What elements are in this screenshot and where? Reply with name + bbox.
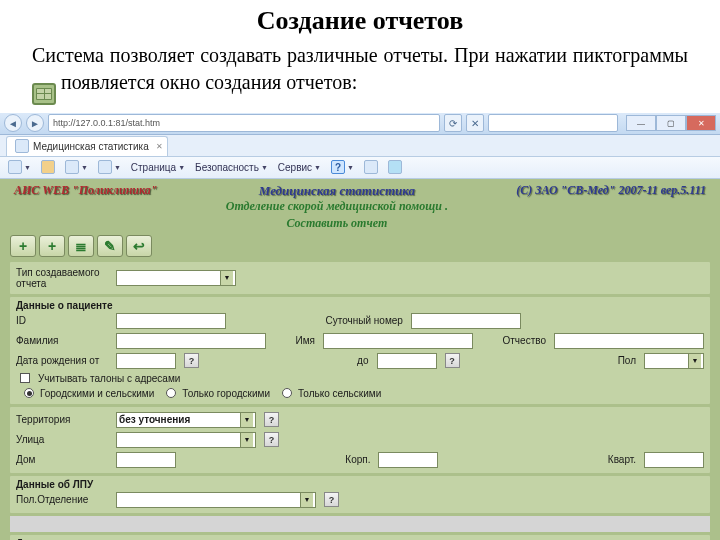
dob-from-label: Дата рождения от <box>16 355 108 366</box>
addr-checkbox-label: Учитывать талоны с адресами <box>38 373 180 384</box>
feeds-button[interactable] <box>41 160 55 174</box>
page-menu[interactable]: Страница▼ <box>131 162 185 173</box>
tools-menu[interactable]: Сервис▼ <box>278 162 321 173</box>
addr-checkbox[interactable] <box>20 373 30 383</box>
street-select[interactable]: ▼ <box>116 432 256 448</box>
radio-city[interactable]: Только городскими <box>166 388 270 399</box>
app-title: Медицинская статистика <box>226 183 448 199</box>
lpu-dept-select[interactable]: ▼ <box>116 492 316 508</box>
search-bar[interactable] <box>488 114 618 132</box>
lpu-section-header: Данные об ЛПУ <box>16 479 704 490</box>
page-toolbar: + + ≣ ✎ ↩ <box>0 233 720 259</box>
add2-button[interactable]: + <box>39 235 65 257</box>
browser-tab[interactable]: Медицинская статистика ✕ <box>6 136 168 156</box>
patronymic-label: Отчество <box>503 335 546 346</box>
mail-button[interactable]: ▼ <box>65 160 88 174</box>
extra-icon-2[interactable] <box>388 160 402 174</box>
korp-label: Корп. <box>345 454 370 465</box>
dob-to-picker[interactable]: ? <box>445 353 460 368</box>
stop-button[interactable]: ✕ <box>466 114 484 132</box>
house-input[interactable] <box>116 452 176 468</box>
browser-window: ◄ ► http://127.0.0.1:81/stat.htm ⟳ ✕ — ▢… <box>0 113 720 541</box>
flat-input[interactable] <box>644 452 704 468</box>
divider-bar <box>10 516 710 532</box>
lastname-input[interactable] <box>116 333 266 349</box>
id-input[interactable] <box>116 313 226 329</box>
home-button[interactable]: ▼ <box>8 160 31 174</box>
dob-from-input[interactable] <box>116 353 176 369</box>
street-help[interactable]: ? <box>264 432 279 447</box>
house-label: Дом <box>16 454 108 465</box>
app-brand-left: АИС WEB "Поликлиника" <box>14 183 157 231</box>
favicon-icon <box>15 139 29 153</box>
id-label: ID <box>16 315 108 326</box>
dob-from-picker[interactable]: ? <box>184 353 199 368</box>
territory-help[interactable]: ? <box>264 412 279 427</box>
territory-label: Территория <box>16 414 108 425</box>
refresh-button[interactable]: ⟳ <box>444 114 462 132</box>
territory-select[interactable]: без уточнения▼ <box>116 412 256 428</box>
intro-paragraph: Система позволяет создавать различные от… <box>32 42 688 105</box>
edit-button[interactable]: ✎ <box>97 235 123 257</box>
korp-input[interactable] <box>378 452 438 468</box>
daily-no-input[interactable] <box>411 313 521 329</box>
window-minimize[interactable]: — <box>626 115 656 131</box>
dob-to-label: до <box>357 355 368 366</box>
report-type-label: Тип создаваемого отчета <box>16 267 108 289</box>
nav-fwd-button[interactable]: ► <box>26 114 44 132</box>
extra-icon-1[interactable] <box>364 160 378 174</box>
sex-label: Пол <box>618 355 636 366</box>
page-title: Создание отчетов <box>32 6 688 36</box>
add-button[interactable]: + <box>10 235 36 257</box>
app-subtitle: Отделение скорой медицинской помощи . <box>226 199 448 214</box>
radio-rural[interactable]: Только сельскими <box>282 388 381 399</box>
radio-both[interactable]: Городскими и сельскими <box>24 388 154 399</box>
flat-label: Кварт. <box>608 454 636 465</box>
app-brand-right: (С) ЗАО "СВ-Мед" 2007-11 вер.5.111 <box>516 183 706 231</box>
lastname-label: Фамилия <box>16 335 108 346</box>
tab-close-icon[interactable]: ✕ <box>156 142 163 151</box>
help-button[interactable]: ?▼ <box>331 160 354 174</box>
sex-select[interactable]: ▼ <box>644 353 704 369</box>
daily-no-label: Суточный номер <box>326 315 403 326</box>
window-maximize[interactable]: ▢ <box>656 115 686 131</box>
security-menu[interactable]: Безопасность▼ <box>195 162 268 173</box>
firstname-label: Имя <box>296 335 315 346</box>
window-close[interactable]: ✕ <box>686 115 716 131</box>
firstname-input[interactable] <box>323 333 473 349</box>
patronymic-input[interactable] <box>554 333 704 349</box>
dob-to-input[interactable] <box>377 353 437 369</box>
lpu-dept-help[interactable]: ? <box>324 492 339 507</box>
url-bar[interactable]: http://127.0.0.1:81/stat.htm <box>48 114 440 132</box>
reports-icon <box>32 83 56 105</box>
patient-section-header: Данные о пациенте <box>16 300 704 311</box>
lpu-dept-label: Пол.Отделение <box>16 494 108 505</box>
print-button[interactable]: ▼ <box>98 160 121 174</box>
report-type-select[interactable]: ▼ <box>116 270 236 286</box>
nav-back-button[interactable]: ◄ <box>4 114 22 132</box>
street-label: Улица <box>16 434 108 445</box>
list-button[interactable]: ≣ <box>68 235 94 257</box>
app-action-title: Составить отчет <box>226 216 448 231</box>
back-button[interactable]: ↩ <box>126 235 152 257</box>
